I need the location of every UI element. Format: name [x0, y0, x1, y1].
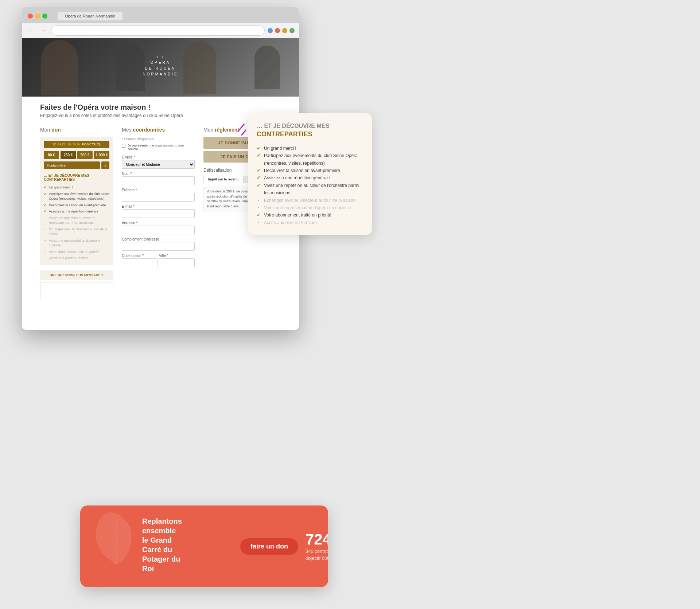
adresse-input[interactable] [122, 226, 195, 234]
complement-input[interactable] [122, 242, 195, 251]
forward-button[interactable]: → [39, 27, 48, 34]
popup-list-item: Vivez une représentation d'opéra en coul… [257, 204, 363, 211]
code-postal-input[interactable] [122, 258, 158, 267]
nom-input[interactable] [122, 176, 195, 185]
col-mes-coordonnees: Mes coordonnées * Champs obligatoires Je… [122, 127, 195, 302]
popup-list-item: Assistez à une répétition générale [257, 174, 363, 181]
browser-dots [28, 13, 47, 19]
amount-80[interactable]: 80 € [44, 151, 59, 159]
action-dot-green [289, 28, 295, 33]
donation-tab: JE FAIS UN DON PONCTUEL [44, 141, 109, 148]
popup-contreparties: … ET JE DÉCOUVRE MES CONTREPARTIES Un gr… [248, 113, 372, 235]
popup-donation-info: 72422€ 346 contributeurs objectif 60000 [306, 532, 328, 561]
popup-donation-contributors: 346 contributeurs [306, 549, 328, 554]
popup-donation-objectif: objectif 60000 [306, 555, 328, 561]
list-item: Participez aux événements du club Seine … [44, 191, 109, 202]
browser-tabs: Opéra de Rouen Normandie [58, 12, 122, 20]
tax-tab-revenu[interactable]: Impôt sur le revenu [203, 176, 243, 183]
prenom-label: Prénom * [122, 188, 195, 192]
maximize-dot[interactable] [42, 13, 47, 19]
person-2 [116, 44, 145, 91]
list-item: Assistez à une répétition générale [44, 208, 109, 215]
adresse-group: Adresse * [122, 221, 195, 234]
email-label: E-mail * [122, 204, 195, 208]
back-button[interactable]: ← [26, 27, 36, 34]
popup-donation: Replantons ensemble le Grand Carré du Po… [80, 505, 328, 587]
popup-donation-title-block: Replantons ensemble le Grand Carré du Po… [142, 516, 182, 576]
question-box: UNE QUESTION ? UN MESSAGE ? [40, 270, 113, 280]
opera-logo: ● ● OPÉRA DE ROUEN NORMANDIE [143, 54, 178, 80]
person-1 [41, 40, 78, 95]
list-item: Échangez avec le Directeur autour de la … [44, 226, 109, 238]
free-amount-row: Montant libre € [44, 161, 109, 169]
nom-group: Nom * [122, 172, 195, 185]
popup-list-item: Vivez une répétition au cœur de l'orches… [257, 182, 363, 197]
browser-titlebar: Opéra de Rouen Normandie [22, 7, 299, 23]
popup-list-item: Accès aux places Premium [257, 219, 363, 226]
col-don-heading: Mon don [40, 127, 113, 133]
amount-250[interactable]: 250 € [61, 151, 76, 159]
amount-free-btn[interactable]: Montant libre [44, 161, 100, 169]
list-item: Découvrez la saison en avant-première [44, 202, 109, 209]
list-item: Un grand merci ! [44, 184, 109, 191]
page-title: Faites de l'Opéra votre maison ! [40, 103, 281, 112]
nom-label: Nom * [122, 172, 195, 176]
civilite-select[interactable]: Monsieur et Madame [122, 160, 195, 169]
list-item: Accès aux places Premium [44, 255, 109, 262]
page-subtitle: Engagez-vous à nos côtés et profitez des… [40, 113, 281, 118]
contreparties-list: Un grand merci ! Participez aux événemen… [44, 184, 109, 262]
browser-tab[interactable]: Opéra de Rouen Normandie [58, 12, 122, 20]
person-4 [254, 46, 280, 89]
org-label: Je représente une organisation ou une so… [128, 144, 195, 151]
action-dot-yellow [282, 28, 287, 33]
browser-toolbar: ← → [22, 23, 299, 38]
popup-list-item: Un grand merci ! [257, 145, 363, 152]
amount-1000[interactable]: 1 000 € [94, 151, 109, 159]
email-input[interactable] [122, 209, 195, 218]
hero-banner: ● ● OPÉRA DE ROUEN NORMANDIE [22, 38, 299, 97]
person-3 [183, 41, 216, 94]
ville-label: Ville * [159, 254, 195, 258]
popup-donation-title: Replantons ensemble le Grand Carré du Po… [142, 516, 182, 573]
amount-grid: 80 € 250 € 500 € 1 000 € [44, 151, 109, 159]
email-group: E-mail * [122, 204, 195, 218]
action-dot-red [275, 28, 280, 33]
contreparties-title: … ET JE DÉCOUVRE MES CONTREPARTIES [44, 173, 109, 181]
adresse-label: Adresse * [122, 221, 195, 225]
action-dot-blue [268, 28, 273, 33]
amount-500[interactable]: 500 € [77, 151, 93, 159]
popup-list-item: Votre abonnement traité en priorité [257, 211, 363, 219]
org-checkbox-input[interactable] [122, 144, 125, 148]
minimize-dot[interactable] [35, 13, 40, 19]
faire-un-don-button[interactable]: faire un don [240, 538, 298, 555]
org-checkbox: Je représente une organisation ou une so… [122, 144, 195, 151]
popup-list-item: Echangez avec le Directeur autour de la … [257, 197, 363, 204]
postal-ville-group: Code postal * Ville * [122, 254, 195, 267]
popup-donation-amount: 72422€ [306, 532, 328, 547]
question-textarea[interactable] [40, 282, 113, 300]
prenom-input[interactable] [122, 193, 195, 202]
browser-action-dots [268, 28, 295, 33]
col-mon-don: Mon don JE FAIS UN DON PONCTUEL 80 € 250… [40, 127, 113, 302]
complement-group: Complément d'adresse [122, 237, 195, 251]
civilite-group: Civilité * Monsieur et Madame [122, 155, 195, 169]
list-item: Votre abonnement traité en priorité [44, 249, 109, 255]
address-bar[interactable] [51, 26, 265, 36]
popup-list-item: Participez aux événements du club Seine … [257, 152, 363, 167]
ville-input[interactable] [159, 258, 195, 267]
popup-list-item: Découvrez la saison en avant-première [257, 167, 363, 174]
complement-label: Complément d'adresse [122, 237, 195, 241]
prenom-group: Prénom * [122, 188, 195, 202]
popup-contreparties-list: Un grand merci ! Participez aux événemen… [257, 145, 363, 226]
code-postal-label: Code postal * [122, 254, 158, 258]
list-item: Vivez une répétition au cœur de l'orches… [44, 215, 109, 226]
col-coords-heading: Mes coordonnées [122, 127, 195, 133]
civilite-label: Civilité * [122, 155, 195, 159]
list-item: Vivez une représentation d'opéra en coul… [44, 238, 109, 249]
donation-box: JE FAIS UN DON PONCTUEL 80 € 250 € 500 €… [40, 137, 113, 265]
contreparties-section: … ET JE DÉCOUVRE MES CONTREPARTIES Un gr… [44, 173, 109, 262]
required-note: * Champs obligatoires [122, 137, 195, 141]
currency-symbol: € [101, 161, 109, 169]
close-dot[interactable] [28, 13, 33, 19]
popup-contreparties-heading: … ET JE DÉCOUVRE MES CONTREPARTIES [257, 122, 363, 139]
